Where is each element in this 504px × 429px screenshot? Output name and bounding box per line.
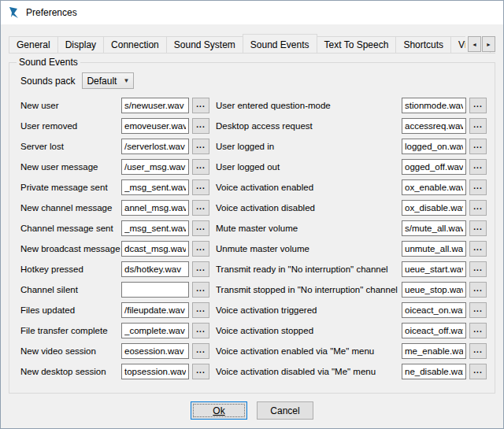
browse-button[interactable]: ... bbox=[192, 364, 209, 379]
sound-file-input[interactable] bbox=[402, 159, 466, 175]
sound-event-label: Server lost bbox=[20, 142, 121, 151]
sound-file-input[interactable] bbox=[402, 220, 466, 236]
browse-button[interactable]: ... bbox=[469, 302, 487, 318]
group-title: Sound Events bbox=[17, 57, 80, 68]
browse-button[interactable]: ... bbox=[469, 139, 487, 154]
sound-events-column-left: New user...User removed...Server lost...… bbox=[20, 98, 209, 384]
browse-button[interactable]: ... bbox=[469, 282, 487, 298]
browse-button[interactable]: ... bbox=[192, 159, 209, 175]
browse-button[interactable]: ... bbox=[469, 261, 487, 277]
browse-button[interactable]: ... bbox=[469, 200, 487, 216]
browse-button[interactable]: ... bbox=[192, 241, 209, 257]
sound-file-input[interactable] bbox=[121, 282, 189, 298]
browse-button[interactable]: ... bbox=[192, 200, 209, 216]
browse-button[interactable]: ... bbox=[192, 118, 209, 134]
app-icon bbox=[8, 6, 20, 19]
browse-button[interactable]: ... bbox=[469, 118, 487, 134]
browse-button[interactable]: ... bbox=[469, 98, 487, 113]
sound-event-columns: New user...User removed...Server lost...… bbox=[20, 98, 487, 384]
sound-event-row: User removed... bbox=[20, 118, 209, 134]
sound-file-input[interactable] bbox=[402, 323, 466, 338]
tab-sound-events[interactable]: Sound Events bbox=[243, 34, 317, 54]
sound-file-input[interactable] bbox=[121, 200, 189, 216]
sound-file-input[interactable] bbox=[121, 118, 189, 134]
dialog-body: GeneralDisplayConnectionSound SystemSoun… bbox=[1, 24, 503, 428]
tab-scroll-left-icon[interactable]: ◄ bbox=[468, 36, 481, 52]
sound-file-input[interactable] bbox=[402, 118, 466, 134]
sound-event-label: New desktop session bbox=[20, 367, 121, 376]
sound-event-label: Channel message sent bbox=[20, 224, 121, 233]
sound-file-input[interactable] bbox=[121, 343, 189, 359]
browse-button[interactable]: ... bbox=[192, 98, 209, 113]
sound-file-input[interactable] bbox=[402, 343, 466, 359]
browse-button[interactable]: ... bbox=[192, 139, 209, 154]
sound-event-label: Unmute master volume bbox=[216, 244, 402, 253]
ok-button[interactable]: Ok bbox=[191, 401, 247, 420]
sound-file-input[interactable] bbox=[402, 200, 466, 216]
browse-button[interactable]: ... bbox=[192, 282, 209, 298]
browse-button[interactable]: ... bbox=[469, 364, 487, 379]
browse-button[interactable]: ... bbox=[469, 241, 487, 257]
tab-sound-system[interactable]: Sound System bbox=[166, 36, 243, 53]
tab-scroll-buttons: ◄ ► bbox=[465, 36, 495, 52]
tab-connection[interactable]: Connection bbox=[103, 36, 167, 53]
sound-event-row: Voice activation disabled via "Me" menu.… bbox=[216, 364, 487, 379]
cancel-button[interactable]: Cancel bbox=[257, 401, 313, 420]
title-bar: Preferences bbox=[1, 1, 503, 24]
sound-event-label: Channel silent bbox=[20, 285, 121, 294]
sound-file-input[interactable] bbox=[402, 302, 466, 318]
sound-file-input[interactable] bbox=[402, 261, 466, 277]
browse-button[interactable]: ... bbox=[192, 179, 209, 195]
sound-event-label: Hotkey pressed bbox=[20, 264, 121, 274]
sounds-pack-label: Sounds pack bbox=[20, 76, 75, 87]
sound-file-input[interactable] bbox=[402, 179, 466, 195]
sound-event-row: User entered question-mode... bbox=[216, 98, 487, 113]
tab-display[interactable]: Display bbox=[57, 36, 104, 53]
sound-event-label: Voice activation enabled via "Me" menu bbox=[216, 346, 402, 356]
tab-text-to-speech[interactable]: Text To Speech bbox=[317, 36, 397, 53]
sound-file-input[interactable] bbox=[402, 98, 466, 113]
sound-event-label: Mute master volume bbox=[216, 224, 402, 233]
sound-event-row: Hotkey pressed... bbox=[20, 261, 209, 277]
sounds-pack-select[interactable]: Default ▼ bbox=[82, 72, 134, 89]
chevron-down-icon: ▼ bbox=[123, 77, 129, 84]
sound-file-input[interactable] bbox=[121, 302, 189, 318]
browse-button[interactable]: ... bbox=[469, 159, 487, 175]
tab-general[interactable]: General bbox=[9, 36, 58, 53]
sound-file-input[interactable] bbox=[121, 261, 189, 277]
browse-button[interactable]: ... bbox=[192, 261, 209, 277]
sound-event-label: User entered question-mode bbox=[216, 101, 402, 110]
sound-event-label: New video session bbox=[20, 346, 121, 356]
browse-button[interactable]: ... bbox=[192, 302, 209, 318]
browse-button[interactable]: ... bbox=[192, 323, 209, 338]
browse-button[interactable]: ... bbox=[469, 220, 487, 236]
sound-event-label: Transmit ready in "No interruption" chan… bbox=[216, 264, 402, 274]
sound-file-input[interactable] bbox=[402, 282, 466, 298]
browse-button[interactable]: ... bbox=[192, 343, 209, 359]
tab-scroll-right-icon[interactable]: ► bbox=[482, 36, 495, 52]
browse-button[interactable]: ... bbox=[469, 179, 487, 195]
sound-file-input[interactable] bbox=[121, 241, 189, 257]
sound-event-row: Channel message sent... bbox=[20, 220, 209, 236]
sound-file-input[interactable] bbox=[121, 323, 189, 338]
sound-file-input[interactable] bbox=[121, 179, 189, 195]
sound-file-input[interactable] bbox=[402, 139, 466, 154]
sound-file-input[interactable] bbox=[121, 98, 189, 113]
sound-event-row: Server lost... bbox=[20, 139, 209, 154]
sound-event-row: Transmit stopped in "No interruption" ch… bbox=[216, 282, 487, 298]
browse-button[interactable]: ... bbox=[469, 323, 487, 338]
browse-button[interactable]: ... bbox=[469, 343, 487, 359]
tab-shortcuts[interactable]: Shortcuts bbox=[395, 36, 451, 53]
sound-event-row: User logged out... bbox=[216, 159, 487, 175]
sound-event-label: Private message sent bbox=[20, 183, 121, 192]
sound-event-label: Voice activation enabled bbox=[216, 183, 402, 192]
browse-button[interactable]: ... bbox=[192, 220, 209, 236]
sound-file-input[interactable] bbox=[402, 241, 466, 257]
sound-file-input[interactable] bbox=[121, 159, 189, 175]
sound-file-input[interactable] bbox=[121, 220, 189, 236]
sound-file-input[interactable] bbox=[121, 364, 189, 379]
sound-event-label: Files updated bbox=[20, 305, 121, 315]
sound-event-row: Voice activation enabled... bbox=[216, 179, 487, 195]
sound-file-input[interactable] bbox=[121, 139, 189, 154]
sound-file-input[interactable] bbox=[402, 364, 466, 379]
